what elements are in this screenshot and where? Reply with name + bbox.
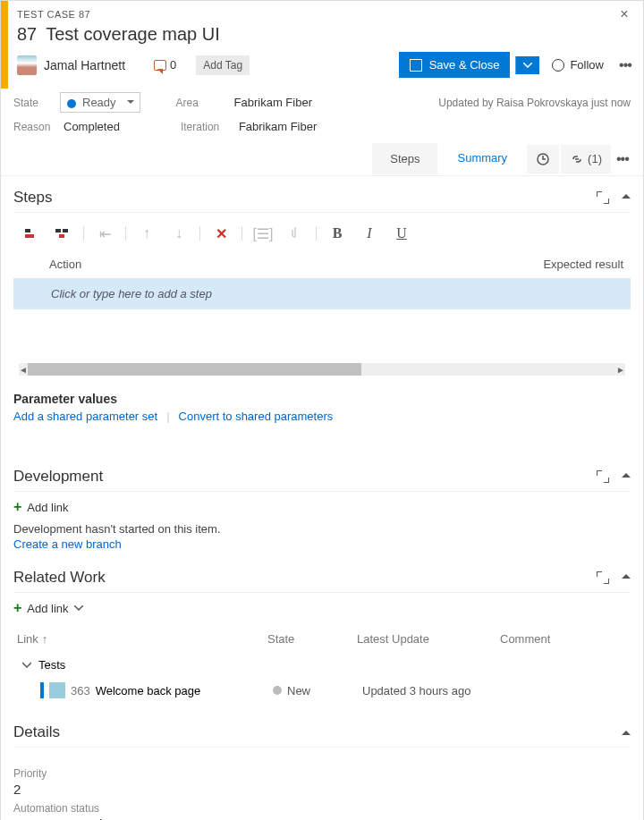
scroll-right-icon[interactable]: ► [616, 365, 625, 375]
iteration-label: Iteration [181, 121, 230, 133]
collapse-icon[interactable] [622, 469, 631, 478]
underline-button[interactable]: U [390, 224, 413, 243]
iteration-value[interactable]: Fabrikam Fiber [239, 120, 317, 133]
add-step-placeholder[interactable]: Click or type here to add a step [13, 278, 631, 309]
horizontal-scrollbar[interactable]: ◄ ► [19, 363, 625, 376]
related-col-update[interactable]: Latest Update [357, 632, 500, 646]
collapse-icon[interactable] [622, 570, 631, 579]
delete-step-icon[interactable]: ✕ [209, 224, 233, 243]
priority-value[interactable]: 2 [13, 782, 631, 797]
move-down-icon[interactable]: ↓ [167, 224, 191, 243]
bold-button[interactable]: B [326, 224, 349, 243]
related-add-link-label: Add link [27, 602, 68, 615]
add-shared-param-link[interactable]: Add a shared parameter set [13, 410, 157, 423]
collapse-icon[interactable] [622, 726, 631, 735]
related-add-link-button[interactable]: + Add link [13, 593, 631, 623]
work-item-title[interactable]: Test coverage map UI [46, 24, 220, 45]
steps-col-action: Action [49, 258, 543, 271]
updated-by: Updated by Raisa Pokrovskaya just now [438, 97, 631, 109]
italic-button[interactable]: I [358, 224, 381, 243]
avatar [17, 55, 37, 75]
avatar [49, 682, 65, 698]
save-label: Save & Close [429, 58, 500, 72]
reason-value[interactable]: Completed [64, 120, 120, 133]
svg-rect-2 [25, 234, 34, 238]
state-dropdown[interactable]: Ready [60, 92, 140, 113]
related-group-tests[interactable]: Tests [13, 655, 631, 675]
convert-shared-param-link[interactable]: Convert to shared parameters [179, 410, 334, 423]
tabs-overflow-button[interactable]: ••• [613, 144, 631, 174]
param-values-title: Parameter values [13, 385, 631, 410]
related-item-update: Updated 3 hours ago [362, 684, 505, 697]
save-dropdown[interactable] [515, 56, 539, 74]
comment-count-value: 0 [170, 58, 176, 72]
area-value[interactable]: Fabrikam Fiber [234, 96, 312, 109]
insert-step-icon[interactable] [19, 224, 42, 243]
follow-button[interactable]: Follow [545, 53, 611, 77]
link-icon [570, 152, 584, 166]
dev-add-link-button[interactable]: + Add link [13, 492, 631, 522]
related-item-state: New [287, 684, 310, 697]
tab-history[interactable] [527, 145, 559, 173]
tab-summary[interactable]: Summary [439, 142, 525, 175]
separator: | [166, 410, 169, 423]
related-col-state[interactable]: State [267, 632, 357, 646]
work-item-bar-icon [40, 682, 44, 698]
svg-rect-4 [63, 229, 68, 232]
chevron-down-icon [127, 100, 134, 107]
follow-icon [552, 59, 564, 72]
dev-status-text: Development hasn't started on this item. [13, 522, 631, 536]
fullscreen-icon[interactable] [597, 191, 609, 204]
group-tests-label: Tests [38, 658, 65, 672]
tab-links[interactable]: (1) [561, 145, 611, 173]
tab-steps[interactable]: Steps [372, 143, 437, 174]
steps-col-expected: Expected result [543, 258, 623, 271]
steps-section-title: Steps [13, 189, 52, 207]
create-branch-link[interactable]: Create a new branch [13, 537, 631, 551]
more-actions-button[interactable]: ••• [616, 57, 634, 73]
priority-label: Priority [13, 767, 631, 780]
sort-asc-icon: ↑ [42, 632, 48, 646]
breadcrumb: TEST CASE 87 [17, 9, 90, 20]
related-col-link[interactable]: Link ↑ [17, 632, 267, 646]
attach-icon[interactable] [284, 224, 307, 243]
insert-shared-step-icon[interactable] [51, 224, 74, 243]
scroll-left-icon[interactable]: ◄ [19, 365, 28, 375]
follow-label: Follow [570, 58, 604, 72]
related-work-title: Related Work [13, 569, 106, 587]
plus-icon: + [13, 600, 21, 616]
chevron-down-icon [22, 661, 31, 670]
state-dot-icon [67, 99, 76, 108]
reason-label: Reason [13, 121, 51, 133]
svg-rect-1 [25, 229, 30, 232]
state-value: Ready [82, 96, 116, 109]
move-up-icon[interactable]: ↑ [135, 224, 158, 243]
add-tag-button[interactable]: Add Tag [196, 55, 250, 75]
comment-count[interactable]: 0 [154, 58, 176, 72]
related-item-title: Welcome back page [96, 684, 201, 697]
development-section-title: Development [13, 468, 103, 486]
state-label: State [13, 97, 51, 109]
col-link-label: Link [17, 632, 38, 646]
dev-add-link-label: Add link [27, 501, 68, 514]
fullscreen-icon[interactable] [597, 571, 609, 584]
fullscreen-icon[interactable] [597, 470, 609, 483]
outdent-icon[interactable]: ⇤ [93, 224, 116, 243]
svg-rect-5 [59, 234, 64, 238]
assignee-picker[interactable]: Jamal Hartnett [44, 58, 125, 72]
related-item-id: 363 [71, 684, 90, 697]
format-icon[interactable]: [☰] [251, 224, 275, 243]
save-close-button[interactable]: Save & Close [399, 52, 511, 78]
chevron-down-icon [74, 605, 83, 611]
related-item-row[interactable]: 363 Welcome back page New Updated 3 hour… [13, 675, 631, 706]
links-count: (1) [588, 152, 602, 165]
collapse-icon[interactable] [622, 190, 631, 199]
close-button[interactable]: × [614, 6, 634, 22]
plus-icon: + [13, 499, 21, 515]
details-section-title: Details [13, 723, 60, 741]
scroll-thumb[interactable] [28, 363, 361, 376]
automation-value[interactable]: Not Automated [13, 816, 631, 820]
area-label: Area [176, 97, 225, 109]
related-col-comment[interactable]: Comment [500, 632, 627, 646]
history-icon [536, 152, 550, 166]
